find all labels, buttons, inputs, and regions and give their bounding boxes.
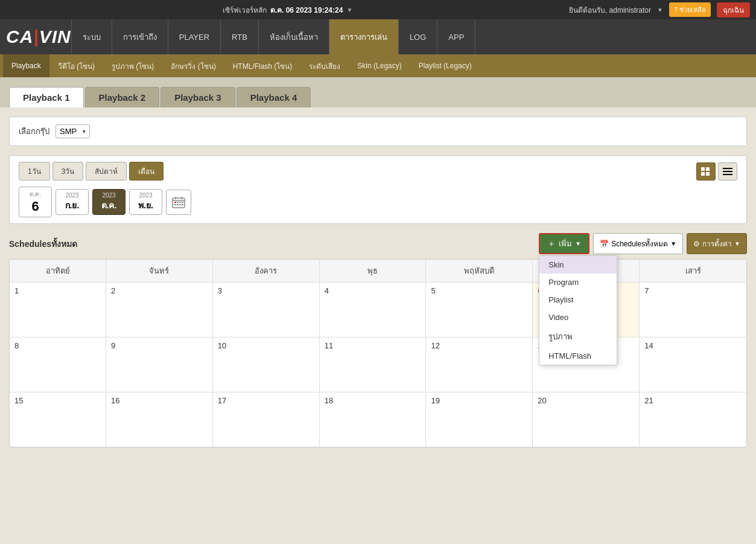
logo-text: CA|VIN [6,27,71,47]
datetime: ต.ค. 06 2023 19:24:24 [270,4,343,16]
playback-tab-4[interactable]: Playback 4 [237,87,311,107]
logout-button[interactable]: ฉุกเฉิน [717,2,750,18]
playback-tabs: Playback 1 Playback 2 Playback 3 Playbac… [0,77,756,107]
add-dropdown-arrow: ▼ [575,240,581,247]
date-nav: ต.ค. 6 2023 ก.ย. 2023 ต.ค. 2023 พ.ย. [19,187,737,217]
cal-header-sunday: อาทิตย์ [10,260,106,282]
sub-nav-image-zone[interactable]: รูปภาพ (โซน) [103,54,162,77]
nav-item-system[interactable]: ระบบ [71,19,112,54]
sub-nav-skin-legacy[interactable]: Skin (Legacy) [349,54,410,77]
add-dropdown-container: ＋ เพิ่ม ▼ Skin Program Playlist Video รู… [539,233,589,254]
schedule-header: Schedulesทั้งหมด ＋ เพิ่ม ▼ Skin Program … [9,233,747,254]
dropdown-item-html[interactable]: HTML/Flash [539,347,617,365]
user-dropdown-icon[interactable]: ▼ [657,7,663,13]
nav-item-schedule[interactable]: ตารางการเล่น [329,19,399,54]
sub-nav-html-zone[interactable]: HTML/Flash (โซน) [224,54,301,77]
schedules-dropdown-arrow: ▼ [670,240,676,247]
nav-item-storage[interactable]: ห้องเก็บเนื้อหา [259,19,329,54]
nav-item-player[interactable]: PLAYER [168,19,221,54]
nav-item-rtb[interactable]: RTB [221,19,259,54]
grid-view-icon[interactable] [696,162,716,181]
date-box-sep[interactable]: 2023 ก.ย. [56,189,89,215]
view-1day[interactable]: 1วัน [19,162,50,181]
view-3day[interactable]: 3วัน [52,162,84,181]
calendar-row-2: 8 9 10 11 12 13 14 [10,338,746,392]
playback-tab-1[interactable]: Playback 1 [9,87,84,107]
calendar-small-icon: 📅 [600,240,609,248]
cal-header-tuesday: อังคาร [213,260,320,282]
settings-button[interactable]: ⚙ การตั้งค่า ▼ [687,233,747,254]
cal-cell-14: 14 [640,338,746,392]
svg-rect-1 [706,167,710,171]
svg-rect-0 [701,167,705,171]
list-view-icon[interactable] [718,162,737,181]
select-group-label: เลือกกรุ๊ป [19,125,49,138]
top-bar: เซิร์ฟเวอร์หลัก ต.ค. 06 2023 19:24:24 ▼ … [0,0,756,19]
sub-nav-volume[interactable]: ระดับเสียง [300,54,349,77]
cal-cell-8: 8 [10,338,106,392]
date-box-today[interactable]: ต.ค. 6 [19,187,52,217]
dropdown-item-program[interactable]: Program [539,274,617,291]
all-schedules-label: Schedulesทั้งหมด [611,238,668,249]
add-button[interactable]: ＋ เพิ่ม ▼ [539,233,589,254]
calendar-scroll[interactable]: 1 2 3 4 5 6 7 8 9 10 11 12 13 14 15 16 [10,283,746,447]
cal-cell-15: 15 [10,392,106,447]
view-month[interactable]: เดือน [129,162,164,181]
calendar-row-1: 1 2 3 4 5 6 7 [10,283,746,338]
sub-nav-ticker-zone[interactable]: อักษรวิ่ง (โซน) [162,54,224,77]
dropdown-item-skin[interactable]: Skin [539,256,617,274]
sub-nav-video-zone[interactable]: วีดีโอ (โซน) [49,54,103,77]
date-box-nov[interactable]: 2023 พ.ย. [129,189,162,215]
svg-rect-13 [179,202,181,203]
date-sep-year: 2023 [62,192,82,199]
header: CA|VIN ระบบ การเข้าถึง PLAYER RTB ห้องเก… [0,19,756,54]
date-oct-year: 2023 [99,192,119,199]
svg-rect-18 [182,204,183,205]
view-controls: 1วัน 3วัน สัปดาห์ เดือน [9,155,747,224]
dropdown-item-video[interactable]: Video [539,309,617,326]
select-group-box: เลือกกรุ๊ป SMP [9,117,747,146]
main-nav: ระบบ การเข้าถึง PLAYER RTB ห้องเก็บเนื้อ… [71,19,750,54]
all-schedules-button[interactable]: 📅 Schedulesทั้งหมด ▼ [593,233,683,254]
add-label: เพิ่ม [559,237,572,250]
cal-cell-5: 5 [426,283,533,337]
svg-rect-4 [723,168,732,169]
date-nov-year: 2023 [136,192,156,199]
nav-item-log[interactable]: LOG [399,19,437,54]
dropdown-item-image[interactable]: รูปภาพ [539,326,617,347]
svg-rect-2 [701,172,705,176]
cal-cell-10: 10 [213,338,320,392]
select-group-wrapper: SMP [56,124,90,138]
sub-nav-playback[interactable]: Playback [3,54,49,77]
date-nov-month: พ.ย. [136,199,156,212]
cal-cell-3: 3 [213,283,320,337]
svg-rect-3 [706,172,710,176]
view-top: 1วัน 3วัน สัปดาห์ เดือน [19,162,737,181]
nav-item-access[interactable]: การเข้าถึง [112,19,168,54]
datetime-dropdown-icon[interactable]: ▼ [346,7,352,13]
sub-nav: Playback วีดีโอ (โซน) รูปภาพ (โซน) อักษร… [0,54,756,77]
calendar-grid: อาทิตย์ จันทร์ อังคาร พุธ พฤหัสบดี ศุกร์… [9,259,747,447]
cal-cell-11: 11 [320,338,427,392]
playback-tab-3[interactable]: Playback 3 [160,87,235,107]
date-today-num: 6 [25,199,45,214]
date-box-oct[interactable]: 2023 ต.ค. [92,189,125,215]
select-group-select[interactable]: SMP [56,124,90,138]
nav-item-app[interactable]: APP [437,19,475,54]
playback-tab-2[interactable]: Playback 2 [85,87,160,107]
svg-rect-12 [177,202,179,203]
sub-nav-playlist-legacy[interactable]: Playlist (Legacy) [410,54,480,77]
view-week[interactable]: สัปดาห์ [86,162,127,181]
help-icon: ? [674,6,678,13]
cal-cell-20: 20 [533,392,640,447]
gear-icon: ⚙ [693,240,700,248]
date-sep-month: ก.ย. [62,199,82,212]
dropdown-item-playlist[interactable]: Playlist [539,291,617,309]
cal-cell-19: 19 [426,392,533,447]
help-button[interactable]: ? ช่วยเหลือ [669,2,711,17]
cal-header-saturday: เสาร์ [640,260,746,282]
cal-cell-12: 12 [426,338,533,392]
cal-cell-16: 16 [106,392,213,447]
calendar-picker-button[interactable] [166,190,191,215]
cal-cell-18: 18 [320,392,427,447]
